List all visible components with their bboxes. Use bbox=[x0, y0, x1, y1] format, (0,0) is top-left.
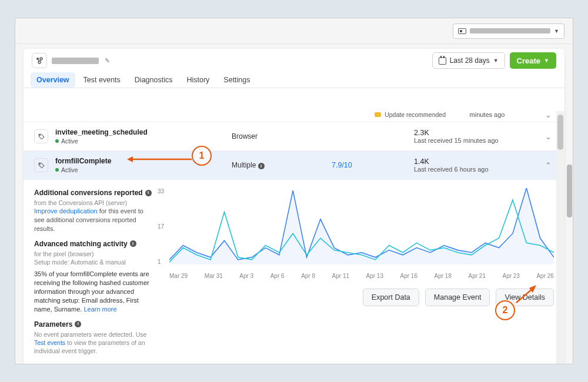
date-range-label: Last 28 days bbox=[450, 56, 490, 65]
scrollbar-thumb[interactable] bbox=[557, 115, 563, 150]
adv-sub2: Setup mode: Automatic & manual bbox=[34, 258, 152, 266]
account-name-placeholder bbox=[470, 28, 550, 33]
improve-dedup-link[interactable]: Improve deduplication bbox=[34, 207, 98, 215]
svg-point-5 bbox=[39, 134, 40, 135]
addl-conversions-title: Additional conversions reported i bbox=[34, 188, 152, 197]
date-range-button[interactable]: Last 28 days ▼ bbox=[432, 52, 505, 69]
chevron-down-icon: ⌄ bbox=[545, 111, 552, 119]
table-row-expanded[interactable]: formfillComplete Active Multiple i 7.9/1… bbox=[24, 151, 564, 180]
tag-icon bbox=[34, 158, 48, 172]
event-score: 7.9/10 bbox=[332, 161, 414, 169]
status-label: Active bbox=[61, 138, 78, 145]
info-icon[interactable]: i bbox=[258, 163, 265, 169]
event-count: 2.3K bbox=[414, 129, 508, 137]
chevron-down-icon: ▼ bbox=[493, 58, 499, 63]
event-time: Last received 6 hours ago bbox=[414, 166, 508, 173]
svg-point-6 bbox=[39, 163, 40, 164]
tabs: Overview Test events Diagnostics History… bbox=[24, 72, 564, 88]
y-tick: 33 bbox=[158, 188, 164, 195]
export-data-button[interactable]: Export Data bbox=[363, 289, 419, 306]
app-frame: ▼ ✎ Last 28 days ▼ Create ▼ Overview Tes… bbox=[15, 18, 573, 364]
outer-scrollbar-thumb[interactable] bbox=[567, 165, 572, 217]
adv-body: 35% of your formfillComplete events are … bbox=[34, 270, 152, 313]
global-topbar: ▼ bbox=[15, 18, 573, 44]
status-label: Active bbox=[61, 166, 78, 173]
info-icon[interactable]: i bbox=[145, 190, 152, 196]
tab-overview[interactable]: Overview bbox=[31, 72, 75, 88]
svg-line-3 bbox=[38, 59, 39, 62]
panel-header: ✎ Last 28 days ▼ Create ▼ bbox=[24, 49, 564, 72]
y-tick: 17 bbox=[158, 223, 164, 230]
table-row[interactable]: Update recommended minutes ago ⌄ bbox=[24, 111, 564, 122]
chevron-up-icon: ⌃ bbox=[545, 161, 552, 170]
calendar-icon bbox=[439, 57, 446, 65]
tab-history[interactable]: History bbox=[181, 72, 215, 88]
scrollbar-track[interactable] bbox=[556, 111, 564, 364]
params-title: Parameters i bbox=[34, 320, 152, 329]
event-chart: 33 17 1 bbox=[158, 188, 554, 270]
params-body: No event parameters were detected. Use T… bbox=[34, 330, 152, 356]
addl-sub: from the Conversions API (server) bbox=[34, 199, 152, 207]
tag-icon bbox=[34, 129, 48, 143]
event-source: Browser bbox=[232, 132, 332, 140]
chevron-down-icon: ▼ bbox=[554, 28, 559, 34]
meta-time: minutes ago bbox=[470, 111, 554, 118]
x-axis: Mar 29Mar 31Apr 3Apr 6Apr 8Apr 11Apr 13A… bbox=[158, 273, 554, 279]
account-icon bbox=[458, 28, 466, 34]
event-count: 1.4K bbox=[414, 158, 508, 166]
tab-settings[interactable]: Settings bbox=[218, 72, 256, 88]
info-icon[interactable]: i bbox=[130, 240, 136, 247]
events-panel: ✎ Last 28 days ▼ Create ▼ Overview Test … bbox=[24, 49, 564, 364]
status-text: Update recommended bbox=[385, 111, 446, 118]
event-detail: Additional conversions reported i from t… bbox=[24, 180, 564, 364]
adv-matching-title: Advanced matching activity i bbox=[34, 239, 152, 249]
adv-sub1: for the pixel (browser) bbox=[34, 250, 152, 258]
event-name: formfillComplete bbox=[55, 157, 232, 165]
test-events-link[interactable]: Test events bbox=[34, 339, 65, 346]
manage-event-button[interactable]: Manage Event bbox=[425, 289, 490, 306]
info-icon[interactable]: i bbox=[75, 321, 81, 327]
events-scroll-area: Update recommended minutes ago ⌄ invitee… bbox=[24, 111, 564, 364]
tab-test-events[interactable]: Test events bbox=[78, 72, 126, 88]
view-details-button[interactable]: View Details bbox=[496, 289, 554, 306]
event-name: invitee_meeting_scheduled bbox=[55, 128, 232, 136]
event-source: Multiple i bbox=[232, 161, 332, 169]
chevron-down-icon: ▼ bbox=[544, 58, 549, 63]
tab-diagnostics[interactable]: Diagnostics bbox=[129, 72, 179, 88]
chevron-down-icon: ⌄ bbox=[545, 132, 552, 141]
pixel-icon bbox=[32, 53, 47, 68]
learn-more-link[interactable]: Learn more bbox=[83, 306, 116, 313]
create-button[interactable]: Create ▼ bbox=[510, 52, 556, 69]
event-time: Last received 15 minutes ago bbox=[414, 137, 508, 144]
edit-icon[interactable]: ✎ bbox=[105, 57, 110, 65]
create-label: Create bbox=[517, 56, 540, 65]
ad-account-selector[interactable]: ▼ bbox=[453, 24, 564, 39]
table-row[interactable]: invitee_meeting_scheduled Active Browser… bbox=[24, 122, 564, 151]
y-tick: 1 bbox=[158, 259, 161, 265]
pixel-name-placeholder bbox=[52, 58, 99, 64]
